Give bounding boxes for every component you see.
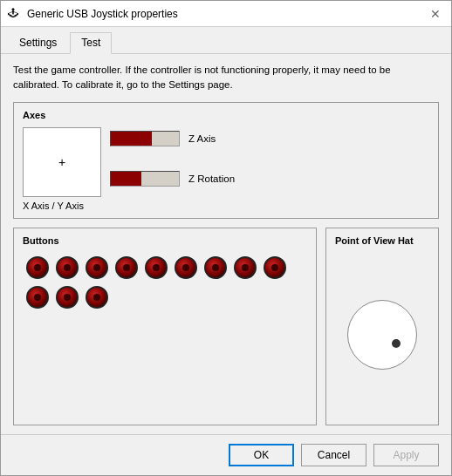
pov-circle-container <box>335 253 429 418</box>
button-9 <box>264 256 286 279</box>
button-2 <box>56 256 79 279</box>
pov-circle <box>347 300 417 370</box>
axes-label: Axes <box>23 110 429 120</box>
z-rotation-label: Z Rotation <box>188 173 235 184</box>
z-axis-row: Z Axis <box>110 131 235 146</box>
axes-section: Axes + X Axis / Y Axis Z Axis <box>13 102 439 219</box>
button-3 <box>86 256 108 279</box>
z-rotation-bar-container <box>110 171 180 187</box>
title-bar: 🕹 Generic USB Joystick properties ✕ <box>1 1 451 27</box>
window-icon: 🕹 <box>8 7 22 21</box>
main-window: 🕹 Generic USB Joystick properties ✕ Sett… <box>0 0 452 476</box>
button-5 <box>145 256 168 279</box>
tab-test[interactable]: Test <box>70 32 112 54</box>
z-rotation-bar-fill <box>111 172 141 186</box>
xy-axis-box: + <box>23 127 101 197</box>
button-7 <box>204 256 227 279</box>
button-6 <box>175 256 197 279</box>
pov-dot <box>392 339 401 348</box>
button-1 <box>26 256 49 279</box>
tab-settings[interactable]: Settings <box>8 32 68 53</box>
button-10 <box>26 286 49 309</box>
window-title: Generic USB Joystick properties <box>27 8 427 20</box>
z-axis-bar-container <box>110 131 180 146</box>
main-content: Test the game controller. If the control… <box>1 54 451 434</box>
axes-content: + X Axis / Y Axis Z Axis <box>23 127 429 211</box>
z-axis-bar-fill <box>111 132 152 146</box>
tab-bar: Settings Test <box>1 27 451 54</box>
button-8 <box>234 256 257 279</box>
button-11 <box>56 286 79 309</box>
xy-axis-area: + X Axis / Y Axis <box>23 127 101 211</box>
ok-button[interactable]: OK <box>229 444 294 466</box>
lower-row: Buttons <box>13 228 439 426</box>
close-button[interactable]: ✕ <box>427 5 444 23</box>
xy-axis-label: X Axis / Y Axis <box>23 201 101 211</box>
cancel-button[interactable]: Cancel <box>301 444 366 466</box>
buttons-section: Buttons <box>13 228 317 426</box>
footer: OK Cancel Apply <box>1 434 451 475</box>
buttons-grid <box>23 253 307 312</box>
buttons-label: Buttons <box>23 235 307 246</box>
button-12 <box>86 286 108 309</box>
apply-button[interactable]: Apply <box>373 444 439 466</box>
button-4 <box>115 256 138 279</box>
pov-label: Point of View Hat <box>335 235 429 246</box>
xy-crosshair: + <box>58 155 65 169</box>
z-axis-label: Z Axis <box>188 133 216 144</box>
pov-section: Point of View Hat <box>325 228 439 426</box>
z-rotation-row: Z Rotation <box>110 171 235 187</box>
description-text: Test the game controller. If the control… <box>13 63 439 93</box>
axis-bars: Z Axis Z Rotation <box>110 131 235 187</box>
